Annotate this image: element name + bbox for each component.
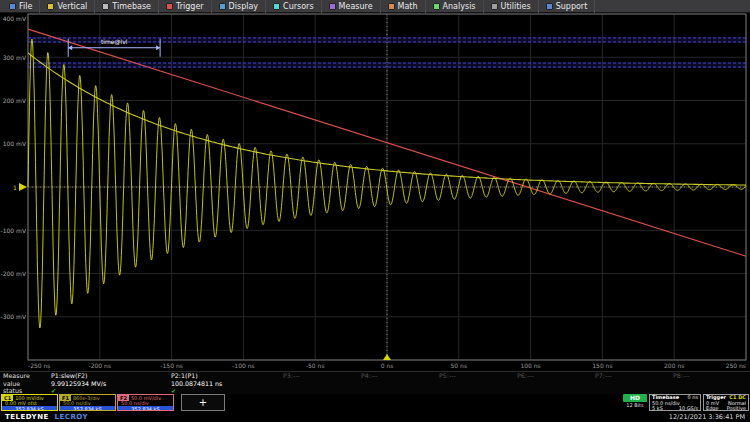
measure-name-p4[interactable]: P4:---: [358, 372, 436, 380]
y-axis-label: 300 mV: [3, 54, 27, 61]
x-axis-label: 50 ns: [451, 362, 467, 369]
y-axis-label: -300 mV: [1, 313, 27, 320]
timebase-icon: [102, 3, 109, 10]
measure-value-p7: [592, 380, 670, 388]
measure-value-p8: [670, 380, 748, 388]
measure-name-p8[interactable]: P8:---: [670, 372, 748, 380]
hd-badge: HD: [623, 394, 647, 402]
y-axis-label: 200 mV: [3, 97, 27, 104]
utilities-icon: [491, 3, 498, 10]
trace-descriptor-f1[interactable]: F1860e-3/div50.0 ns/div352.834 kS: [59, 394, 116, 411]
vertical-icon: [47, 3, 54, 10]
measure-status-p3: [280, 387, 358, 395]
measure-table: MeasureP1:slew(F2)P2:1(P1)P3:---P4:---P5…: [0, 371, 750, 394]
hd-bits-label: 12 Bits: [623, 402, 647, 409]
menu-item-analysis[interactable]: Analysis: [426, 0, 484, 13]
measure-name-p6[interactable]: P6:---: [514, 372, 592, 380]
menu-item-timebase[interactable]: Timebase: [95, 0, 159, 13]
measure-value-p6: [514, 380, 592, 388]
menu-item-cursors[interactable]: Cursors: [266, 0, 321, 13]
measure-name-p3[interactable]: P3:---: [280, 372, 358, 380]
trace-descriptor-c1[interactable]: C1100 mV/div0.00 mV ofst352.834 kS: [1, 394, 58, 411]
acquisition-status-cluster: HD 12 Bits Timebase 0 ns 50.0 ns/div 5 k…: [623, 394, 749, 411]
gate-arrowhead-left: [68, 45, 72, 50]
menu-item-math[interactable]: Math: [381, 0, 426, 13]
measure-value-p4: [358, 380, 436, 388]
x-axis-label: 100 ns: [520, 362, 540, 369]
menu-item-label: Analysis: [443, 2, 476, 11]
x-axis-label: 150 ns: [592, 362, 612, 369]
measure-value-p5: [436, 380, 514, 388]
measure-status-p5: [436, 387, 514, 395]
menu-item-file[interactable]: File: [2, 0, 40, 13]
file-icon: [9, 3, 16, 10]
menu-item-label: Cursors: [283, 2, 313, 11]
menu-item-measure[interactable]: Measure: [322, 0, 381, 13]
menu-item-label: Timebase: [112, 2, 151, 11]
x-axis-label: -200 ns: [89, 362, 111, 369]
gate-label: time@lvl: [101, 38, 128, 46]
y-axis-label: 400 mV: [3, 15, 27, 22]
menu-item-label: Display: [229, 2, 259, 11]
x-axis-label: 0 ns: [381, 362, 394, 369]
measure-value-p2: 100.0874811 ns: [168, 380, 280, 388]
measure-row-label-value: value: [0, 380, 48, 388]
menu-item-label: Utilities: [501, 2, 531, 11]
trace-descriptor-f2[interactable]: F250.0 mV/div50.0 ns/div352.834 kS: [117, 394, 174, 411]
trace-descriptor-row: C1100 mV/div0.00 mV ofst352.834 kSF1860e…: [1, 394, 225, 411]
measure-name-p7[interactable]: P7:---: [592, 372, 670, 380]
y-axis-label: 100 mV: [3, 140, 27, 147]
menu-item-trigger[interactable]: Trigger: [159, 0, 212, 13]
measure-name-p1[interactable]: P1:slew(F2): [48, 372, 168, 380]
menu-item-label: Vertical: [57, 2, 87, 11]
measure-name-p5[interactable]: P5:---: [436, 372, 514, 380]
brand-logo: TELEDYNE LECROY: [5, 413, 88, 421]
menu-item-label: Math: [398, 2, 418, 11]
analysis-icon: [433, 3, 440, 10]
hd-indicator: HD 12 Bits: [623, 394, 647, 409]
measure-value-p3: [280, 380, 358, 388]
measure-icon: [329, 3, 336, 10]
channel1-marker-label: 1: [13, 184, 17, 191]
x-axis-label: 200 ns: [664, 362, 684, 369]
menu-item-label: Support: [556, 2, 588, 11]
measure-status-p4: [358, 387, 436, 395]
oscilloscope-screen: FileVerticalTimebaseTriggerDisplayCursor…: [0, 0, 750, 422]
trigger-box[interactable]: Trigger C1 DC 0 mV Normal Edge Positive: [703, 394, 749, 411]
brand-lecroy: LECROY: [55, 413, 89, 421]
trigger-time-marker[interactable]: [383, 354, 391, 360]
menu-bar: FileVerticalTimebaseTriggerDisplayCursor…: [0, 0, 750, 13]
measure-name-p2[interactable]: P2:1(P1): [168, 372, 280, 380]
measure-value-p1: 9.99125934 MV/s: [48, 380, 168, 388]
menu-item-label: File: [19, 2, 32, 11]
measure-row-label-name: Measure: [0, 372, 48, 380]
x-axis-label: -150 ns: [160, 362, 182, 369]
menu-item-label: Measure: [339, 2, 373, 11]
menu-item-utilities[interactable]: Utilities: [484, 0, 539, 13]
menu-item-support[interactable]: Support: [539, 0, 596, 13]
menu-item-vertical[interactable]: Vertical: [40, 0, 95, 13]
menu-item-display[interactable]: Display: [212, 0, 267, 13]
x-axis-label: -50 ns: [306, 362, 325, 369]
y-axis-label: -200 mV: [1, 270, 27, 277]
x-axis-label: -250 ns: [28, 362, 50, 369]
clock-datetime: 12/21/2021 3:36:41 PM: [669, 413, 745, 421]
gate-arrowhead-right: [156, 45, 160, 50]
x-axis-label: -100 ns: [232, 362, 254, 369]
measure-status-p6: [514, 387, 592, 395]
trigger-icon: [166, 3, 173, 10]
x-axis-label: 250 ns: [726, 362, 746, 369]
status-bar: TELEDYNE LECROY 12/21/2021 3:36:41 PM: [0, 411, 750, 422]
timebase-offset: 0 ns: [687, 395, 698, 401]
math-icon: [388, 3, 395, 10]
timebase-box[interactable]: Timebase 0 ns 50.0 ns/div 5 kS 10 GS/s: [649, 394, 701, 411]
scope-grid[interactable]: time@lvl1400 mV300 mV200 mV100 mV-100 mV…: [0, 13, 750, 371]
menu-item-label: Trigger: [176, 2, 204, 11]
channel1-level-marker[interactable]: [19, 183, 27, 191]
display-icon: [219, 3, 226, 10]
cursors-icon: [273, 3, 280, 10]
y-axis-label: -100 mV: [1, 227, 27, 234]
add-trace-button[interactable]: +: [181, 394, 225, 411]
waveform-display[interactable]: time@lvl1400 mV300 mV200 mV100 mV-100 mV…: [0, 13, 750, 371]
support-icon: [546, 3, 553, 10]
